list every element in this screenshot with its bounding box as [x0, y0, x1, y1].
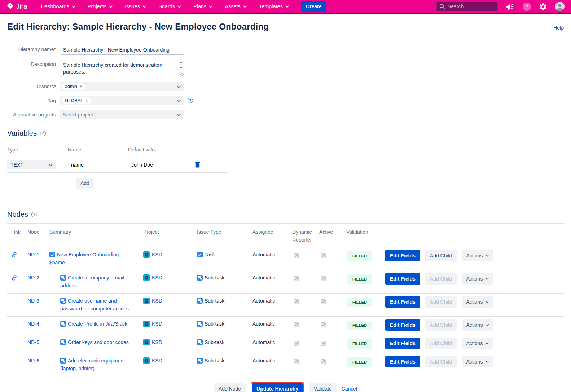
actions-button[interactable]: Actions: [462, 338, 494, 349]
assignee-label: Automatic: [252, 339, 292, 346]
edit-fields-button[interactable]: Edit Fields: [385, 319, 420, 331]
node-row: ND-5 Order keys and door codes KSD Sub-t…: [7, 335, 564, 353]
add-child-button[interactable]: Add Child: [425, 250, 457, 261]
actions-button[interactable]: Actions: [462, 250, 494, 261]
project-avatar-icon: [143, 298, 150, 306]
owners-label: Owners*: [7, 82, 56, 89]
edit-fields-button[interactable]: Edit Fields: [385, 250, 420, 261]
node-summary-link[interactable]: Create username and password for compute…: [60, 298, 129, 312]
remove-tag-icon[interactable]: [85, 98, 88, 103]
link-icon[interactable]: [11, 253, 17, 259]
chevron-down-icon: [177, 5, 181, 8]
node-summary-link[interactable]: Create a company e-mail address: [60, 275, 124, 289]
node-summary-link[interactable]: Add electronic equipment (laptop, printe…: [60, 358, 125, 371]
scroll-down-icon[interactable]: [180, 67, 183, 69]
edit-fields-button[interactable]: Edit Fields: [385, 356, 420, 367]
alternative-projects-select[interactable]: Select project: [60, 110, 184, 119]
subtask-icon: [60, 339, 66, 347]
help-link[interactable]: Help: [553, 25, 564, 31]
create-button[interactable]: Create: [301, 1, 326, 12]
help-icon[interactable]: [523, 3, 531, 11]
node-id-link[interactable]: ND-4: [27, 321, 39, 327]
node-summary-link[interactable]: Create Profile in Jira/Slack: [68, 321, 127, 327]
resize-grip-icon[interactable]: [180, 73, 184, 76]
chevron-down-icon: [486, 278, 489, 280]
issue-type-label: Sub-task: [205, 339, 224, 345]
nodes-col-node: Node: [27, 228, 49, 236]
edit-fields-button[interactable]: Edit Fields: [385, 273, 420, 285]
link-icon[interactable]: [11, 276, 17, 282]
project-link[interactable]: KSD: [152, 298, 162, 304]
project-link[interactable]: KSD: [152, 339, 162, 345]
nav-item-assets[interactable]: Assets: [225, 4, 247, 9]
hierarchy-name-input[interactable]: [60, 45, 184, 55]
validation-badge: FILLED: [347, 321, 372, 330]
node-id-link[interactable]: ND-5: [27, 339, 39, 345]
variables-help-icon[interactable]: [40, 131, 46, 136]
description-label: Description: [7, 60, 56, 67]
announcements-megaphone-icon[interactable]: [506, 3, 515, 10]
nav-menu: Dashboards Projects Issues Boards Plans …: [41, 4, 289, 9]
node-id-link[interactable]: ND-2: [27, 275, 39, 281]
nodes-col-project: Project: [143, 228, 197, 236]
actions-button[interactable]: Actions: [462, 319, 494, 331]
actions-button[interactable]: Actions: [462, 356, 494, 367]
chevron-down-icon: [177, 112, 181, 118]
search-input[interactable]: [436, 2, 498, 11]
variable-default-input[interactable]: [128, 160, 181, 169]
nav-item-issues[interactable]: Issues: [125, 4, 146, 9]
nav-item-dashboards[interactable]: Dashboards: [41, 4, 75, 9]
remove-owner-icon[interactable]: [80, 84, 82, 89]
add-variable-button[interactable]: Add: [76, 178, 94, 189]
validate-button[interactable]: Validate: [309, 383, 337, 392]
node-id-link[interactable]: ND-3: [27, 298, 39, 304]
nav-item-plans[interactable]: Plans: [193, 4, 212, 9]
user-avatar[interactable]: [555, 2, 565, 11]
node-summary-link[interactable]: New Employee Onboarding - $name: [49, 252, 122, 265]
jira-logo-label: Jira: [16, 3, 27, 10]
issue-type-label: Sub-task: [205, 358, 224, 364]
scroll-up-icon[interactable]: [180, 62, 183, 63]
cancel-link[interactable]: Cancel: [342, 386, 357, 392]
project-link[interactable]: KSD: [152, 321, 162, 327]
edit-fields-button[interactable]: Edit Fields: [385, 296, 420, 308]
nav-item-projects[interactable]: Projects: [88, 4, 113, 9]
variable-type-select[interactable]: TEXT: [7, 160, 56, 169]
validation-badge: FILLED: [347, 251, 372, 261]
variables-col-type: Type: [7, 147, 68, 153]
tag-select[interactable]: GLOBAL: [60, 96, 184, 105]
chevron-down-icon: [109, 5, 113, 8]
description-textarea[interactable]: Sample Hierarchy created for demonstrati…: [60, 60, 184, 77]
project-link[interactable]: KSD: [152, 252, 162, 257]
add-node-button[interactable]: Add Node: [214, 383, 246, 392]
validation-badge: FILLED: [347, 357, 372, 367]
nodes-help-icon[interactable]: [31, 212, 37, 217]
actions-button[interactable]: Actions: [462, 296, 494, 308]
nav-item-templates[interactable]: Templates: [259, 4, 289, 9]
active-checkbox: [321, 322, 326, 327]
jira-logo-icon: [6, 2, 14, 11]
update-hierarchy-button[interactable]: Update Hierarchy: [252, 383, 303, 392]
nav-item-boards[interactable]: Boards: [158, 4, 181, 9]
tag-help-icon[interactable]: [188, 98, 193, 103]
subtask-icon: [60, 358, 66, 365]
variable-name-input[interactable]: [68, 160, 121, 169]
issue-type-label: Sub-task: [205, 275, 224, 281]
node-id-link[interactable]: ND-6: [27, 358, 39, 364]
node-row: ND-1 New Employee Onboarding - $name KSD…: [7, 247, 564, 270]
project-link[interactable]: KSD: [152, 275, 162, 281]
node-summary-link[interactable]: Order keys and door codes: [68, 339, 129, 345]
nodes-section: Nodes Link Node Summary Project Issue Ty…: [7, 210, 564, 376]
assignee-label: Automatic: [252, 274, 292, 281]
variable-row: TEXT: [7, 157, 228, 173]
project-link[interactable]: KSD: [152, 358, 162, 364]
edit-fields-button[interactable]: Edit Fields: [385, 338, 420, 349]
owners-select[interactable]: admin: [60, 82, 184, 91]
gear-icon[interactable]: [539, 3, 547, 11]
nodes-col-link: Link: [7, 228, 27, 236]
node-id-link[interactable]: ND-1: [27, 252, 39, 257]
project-avatar-icon: [143, 339, 150, 347]
actions-button[interactable]: Actions: [462, 273, 494, 285]
jira-logo[interactable]: Jira: [6, 2, 27, 11]
delete-variable-trash-icon[interactable]: [195, 162, 228, 168]
